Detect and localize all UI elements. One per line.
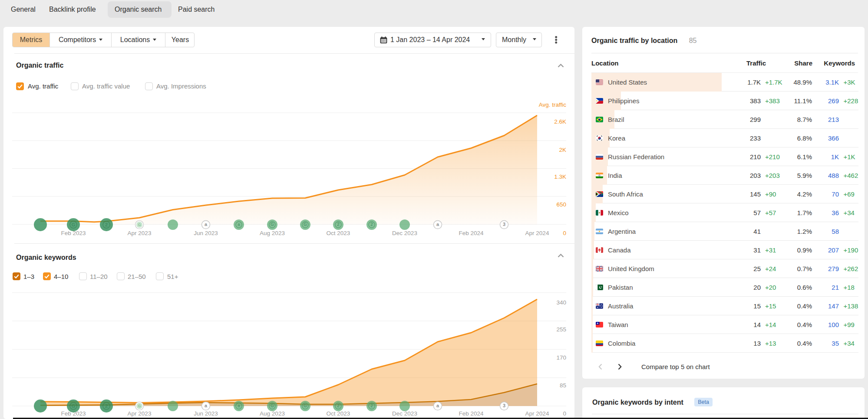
svg-text:3: 3 (503, 403, 505, 408)
svg-text:G: G (271, 222, 274, 227)
svg-text:Dec 2023: Dec 2023 (392, 230, 417, 236)
svg-text:2: 2 (370, 222, 373, 227)
svg-text:a: a (436, 403, 439, 408)
svg-text:2K: 2K (559, 147, 566, 153)
svg-text:a: a (238, 403, 240, 408)
svg-text:650: 650 (556, 201, 566, 208)
svg-text:a: a (238, 222, 240, 227)
svg-text:Jun 2023: Jun 2023 (194, 410, 218, 417)
svg-text:a: a (205, 222, 208, 227)
svg-text:Apr 2023: Apr 2023 (128, 410, 152, 417)
svg-text:Apr 2023: Apr 2023 (128, 230, 152, 236)
svg-text:2: 2 (337, 403, 340, 408)
svg-text:Feb 2024: Feb 2024 (459, 410, 484, 417)
svg-text:170: 170 (556, 354, 566, 361)
svg-text:G: G (304, 403, 307, 408)
svg-text:Oct 2023: Oct 2023 (327, 230, 350, 236)
svg-text:1.3K: 1.3K (554, 173, 566, 180)
svg-text:2: 2 (370, 403, 373, 408)
svg-text:a: a (436, 222, 439, 227)
svg-text:0: 0 (563, 410, 566, 417)
svg-text:Aug 2023: Aug 2023 (260, 230, 285, 236)
svg-text:Apr 2024: Apr 2024 (525, 410, 549, 417)
svg-text:G: G (271, 403, 274, 408)
svg-text:340: 340 (556, 299, 566, 306)
svg-text:255: 255 (556, 326, 566, 333)
svg-text:Avg. traffic: Avg. traffic (539, 101, 567, 108)
svg-text:G: G (138, 404, 141, 408)
svg-text:Jun 2023: Jun 2023 (194, 230, 218, 236)
svg-text:Feb 2024: Feb 2024 (459, 230, 484, 236)
svg-text:G: G (72, 403, 76, 409)
svg-text:G: G (138, 223, 141, 227)
svg-text:2: 2 (105, 222, 108, 227)
svg-text:2: 2 (105, 403, 108, 409)
svg-text:2: 2 (337, 222, 340, 227)
svg-text:G: G (72, 222, 76, 227)
svg-text:85: 85 (560, 382, 566, 389)
svg-text:2.6K: 2.6K (554, 118, 566, 125)
svg-text:Apr 2024: Apr 2024 (525, 230, 549, 236)
svg-text:a: a (205, 403, 208, 408)
svg-text:G: G (304, 222, 307, 227)
svg-text:3: 3 (503, 222, 505, 227)
svg-text:0: 0 (563, 230, 566, 236)
